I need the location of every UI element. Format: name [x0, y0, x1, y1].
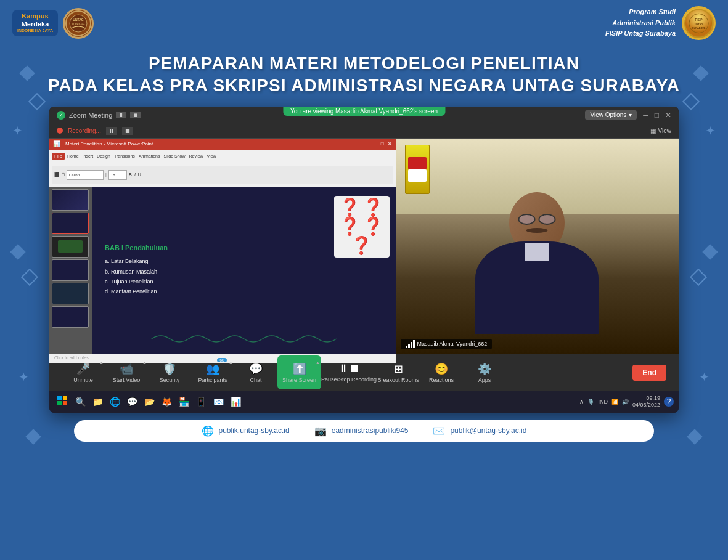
- ppt-design-tab[interactable]: Design: [97, 154, 110, 158]
- taskbar-ppt-icon[interactable]: 📊: [228, 394, 243, 409]
- presentation-side: 📊 Materi Penelitian - Microsoft PowerPoi…: [49, 139, 396, 354]
- microphone-icon: 🎤: [76, 362, 90, 376]
- unmute-button[interactable]: 🎤 Unmute ▲: [62, 355, 105, 389]
- ppt-restore[interactable]: □: [381, 141, 384, 147]
- svg-rect-10: [63, 396, 67, 400]
- ppt-body: BAB I Pendahuluan a. Latar Belakang b. R…: [49, 187, 396, 354]
- svg-text:UNTAG: UNTAG: [73, 18, 84, 22]
- footer-email-text: publik@untag-sby.ac.id: [450, 426, 526, 435]
- ppt-slideshow-tab[interactable]: Slide Show: [164, 154, 186, 158]
- pause-stop-recording-button[interactable]: ⏸⏹ Pause/Stop Recording: [321, 355, 377, 389]
- svg-rect-11: [57, 401, 62, 405]
- ppt-close[interactable]: ✕: [388, 141, 392, 147]
- share-screen-label: Share Screen: [282, 377, 316, 383]
- start-video-button[interactable]: 📹 Start Video ▲: [105, 355, 148, 389]
- zoom-shield-icon: ✓: [57, 111, 65, 120]
- taskbar-mail-icon[interactable]: 📧: [211, 394, 226, 409]
- top-bar: Kampus Merdeka INDONESIA JAYA UNTAG SURA…: [0, 0, 728, 46]
- ppt-slide-thumb-3[interactable]: [52, 236, 89, 258]
- chat-icon: 💬: [249, 362, 263, 376]
- ppt-file-tab[interactable]: File: [52, 153, 65, 160]
- minimize-button[interactable]: ─: [643, 111, 648, 120]
- restore-button[interactable]: □: [655, 111, 659, 120]
- view-label: ▦View: [650, 128, 672, 134]
- ppt-main-slide: BAB I Pendahuluan a. Latar Belakang b. R…: [92, 187, 396, 354]
- zoom-stop-icon: ⏹: [130, 112, 141, 118]
- logo-area: Kampus Merdeka INDONESIA JAYA UNTAG SURA…: [12, 8, 94, 39]
- taskbar-search-icon[interactable]: 🔍: [73, 394, 88, 409]
- breakout-icon: ⊞: [394, 362, 403, 376]
- taskbar-firefox-icon[interactable]: 🦊: [159, 394, 174, 409]
- taskbar-folder-icon[interactable]: 📁: [90, 394, 105, 409]
- footer-instagram-text: eadministrasipubliki945: [332, 426, 409, 435]
- end-button[interactable]: End: [632, 365, 666, 381]
- taskbar-help-icon[interactable]: ?: [664, 397, 674, 407]
- taskbar-chevron-icon[interactable]: ∧: [579, 399, 584, 405]
- taskbar-store-icon[interactable]: 🏪: [176, 394, 191, 409]
- svg-text:SURABAYA: SURABAYA: [692, 26, 706, 29]
- taskbar-messaging-icon[interactable]: 💬: [125, 394, 139, 409]
- participants-arrow-icon: ▲: [229, 360, 233, 365]
- email-icon: ✉️: [433, 425, 445, 437]
- stop-recording-button[interactable]: ⏹: [122, 127, 133, 135]
- speaker-name: Masadib Akmal Vyandri_662: [417, 341, 488, 347]
- participants-icon: 👥: [206, 362, 219, 376]
- chat-button[interactable]: 💬 Chat: [234, 355, 277, 389]
- unmute-arrow-icon: ▲: [99, 360, 104, 365]
- footer-instagram: 📷 eadministrasipubliki945: [314, 425, 409, 437]
- ppt-transitions-tab[interactable]: Transitions: [114, 154, 135, 158]
- powerpoint-window: 📊 Materi Penelitian - Microsoft PowerPoi…: [49, 139, 396, 354]
- zoom-content: 📊 Materi Penelitian - Microsoft PowerPoi…: [49, 139, 679, 354]
- footer: 🌐 publik.untag-sby.ac.id 📷 eadministrasi…: [74, 420, 654, 442]
- taskbar-whatsapp-icon[interactable]: 📱: [194, 394, 208, 409]
- zoom-titlebar-left: ✓ Zoom Meeting ⏸ ⏹: [57, 111, 141, 120]
- share-screen-button[interactable]: ⬆️ Share Screen ▲: [277, 355, 321, 389]
- ppt-animations-tab[interactable]: Animations: [139, 154, 160, 158]
- pause-stop-icon: ⏸⏹: [338, 362, 360, 375]
- taskbar-file-explorer-icon[interactable]: 📂: [142, 394, 157, 409]
- ppt-review-tab[interactable]: Review: [189, 154, 203, 158]
- right-header: Program Studi Administrasi Publik FISIP …: [605, 6, 716, 40]
- ppt-slide-thumb-6[interactable]: [52, 306, 89, 328]
- footer-email: ✉️ publik@untag-sby.ac.id: [433, 425, 526, 437]
- ppt-slide-item-3: c. Tujuan Penelitian: [105, 277, 157, 286]
- pause-recording-button[interactable]: ⏸: [106, 127, 117, 135]
- windows-start-button[interactable]: [54, 392, 70, 411]
- close-button[interactable]: ✕: [665, 111, 671, 120]
- ppt-slide-thumb-1[interactable]: [52, 189, 89, 211]
- participants-label: Participants: [198, 377, 227, 383]
- ppt-slide-thumb-2[interactable]: [52, 213, 89, 234]
- view-options-button[interactable]: View Options ▾: [585, 110, 637, 120]
- breakout-rooms-button[interactable]: ⊞ Breakout Rooms: [377, 355, 420, 389]
- ppt-home-tab[interactable]: Home: [67, 154, 79, 158]
- participants-button[interactable]: 👥 68 Participants ▲: [191, 355, 234, 389]
- share-arrow-icon: ▲: [316, 360, 320, 365]
- speaker-name-bar: Masadib Akmal Vyandri_662: [401, 339, 493, 349]
- main-title-section: PEMAPARAN MATERI METODELOGI PENELITIAN P…: [0, 46, 728, 107]
- ppt-insert-tab[interactable]: Insert: [83, 154, 94, 158]
- reactions-button[interactable]: 😊 Reactions: [420, 355, 463, 389]
- ppt-ribbon: File Home Insert Design Transitions Anim…: [49, 150, 396, 187]
- ppt-question-image: ❓❓ ❓❓ ❓: [334, 196, 390, 258]
- taskbar-icons: 🔍 📁 🌐 💬 📂 🦊 🏪 📱 📧 📊: [73, 394, 577, 409]
- ppt-view-tab[interactable]: View: [207, 154, 216, 158]
- ppt-slide-thumb-5[interactable]: [52, 283, 89, 304]
- apps-button[interactable]: ⚙️ Apps: [463, 355, 506, 389]
- ppt-slide-title: BAB I Pendahuluan: [105, 244, 168, 251]
- participants-count-badge: 68: [217, 358, 227, 362]
- recording-bar: Recording... ⏸ ⏹ ▦View: [49, 124, 679, 139]
- ppt-slide-thumb-4[interactable]: [52, 259, 89, 281]
- svg-text:SURABAYA: SURABAYA: [72, 23, 85, 26]
- unmute-label: Unmute: [73, 377, 93, 383]
- ppt-title: Materi Penelitian - Microsoft PowerPoint: [65, 141, 153, 147]
- ppt-size-box: 18: [108, 170, 127, 180]
- security-button[interactable]: 🛡️ Security: [148, 355, 191, 389]
- ppt-minimize[interactable]: ─: [374, 141, 377, 147]
- video-arrow-icon: ▲: [142, 360, 147, 365]
- taskbar-browser-icon[interactable]: 🌐: [107, 394, 122, 409]
- reactions-label: Reactions: [429, 377, 454, 383]
- ppt-slide-items: a. Latar Belakang b. Rumusan Masalah c. …: [105, 256, 157, 296]
- globe-icon: 🌐: [202, 425, 214, 437]
- chat-label: Chat: [250, 377, 261, 383]
- svg-rect-12: [63, 401, 67, 405]
